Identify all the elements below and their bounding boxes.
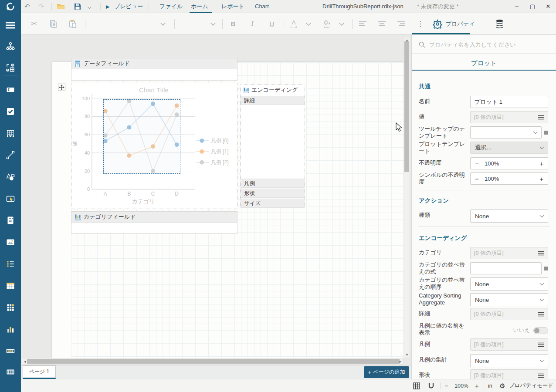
opacity-stepper[interactable]: − 100% +: [470, 157, 548, 169]
property-mode-button[interactable]: プロパティモード: [509, 379, 553, 392]
cut-icon[interactable]: ✂: [29, 13, 39, 34]
align-right-icon[interactable]: [396, 13, 406, 34]
bullet-list-icon[interactable]: [0, 254, 21, 274]
encoding-row-shape[interactable]: 形状: [241, 189, 305, 198]
scroll-left-icon[interactable]: ◄: [23, 359, 27, 365]
open-file-icon[interactable]: [57, 3, 65, 10]
save-dropdown-icon[interactable]: [88, 0, 91, 13]
page-tab-1[interactable]: ページ 1: [23, 365, 56, 379]
data-field-block[interactable]: データフィールド: [71, 58, 237, 81]
richtext-icon[interactable]: [0, 211, 21, 230]
align-left-icon[interactable]: [357, 13, 368, 34]
category-field-block[interactable]: カテゴリフィールド: [71, 211, 237, 234]
items-menu-icon[interactable]: [538, 342, 544, 347]
align-center-icon[interactable]: [376, 13, 387, 34]
encoding-row-detail[interactable]: 詳細: [241, 96, 305, 105]
progress-bar-icon[interactable]: [0, 341, 21, 361]
plot-name-input[interactable]: [470, 96, 548, 108]
italic-button[interactable]: I: [247, 13, 258, 34]
tab-report[interactable]: レポート: [221, 0, 244, 13]
stepper-plus-button[interactable]: +: [539, 160, 543, 167]
preview-button[interactable]: プレビュー: [114, 0, 143, 13]
design-canvas[interactable]: データフィールド 020406080100ABCD凡例 [0]凡例 [1]凡例 …: [21, 35, 411, 379]
save-icon[interactable]: [74, 3, 81, 10]
category-items-box[interactable]: [0 個の項目]: [470, 247, 548, 259]
grid-toggle-icon[interactable]: [413, 379, 420, 392]
property-search-input[interactable]: [429, 41, 550, 48]
redo-icon[interactable]: ↷: [38, 0, 44, 13]
items-menu-icon[interactable]: [538, 115, 544, 120]
close-button[interactable]: ✕: [542, 0, 554, 13]
bold-button[interactable]: B: [228, 13, 238, 34]
snap-magnet-icon[interactable]: [428, 379, 434, 392]
copy-icon[interactable]: [48, 13, 58, 34]
maximize-button[interactable]: ▢: [526, 0, 539, 13]
org-chart-icon[interactable]: [0, 37, 21, 56]
legend-aggregate-dropdown[interactable]: None: [470, 354, 548, 367]
expression-button[interactable]: [544, 131, 548, 135]
horizontal-scrollbar[interactable]: ◄ ►: [22, 358, 403, 365]
unit-selector[interactable]: in: [488, 379, 492, 392]
items-menu-icon[interactable]: [538, 373, 544, 378]
tab-home[interactable]: ホーム: [191, 0, 208, 13]
fill-color-button[interactable]: [322, 13, 333, 34]
barcode-icon[interactable]: [0, 362, 21, 382]
items-menu-icon[interactable]: [538, 251, 544, 256]
add-page-button[interactable]: + ページの追加: [364, 366, 409, 378]
fill-color-dropdown-icon[interactable]: [337, 13, 346, 34]
matrix-icon[interactable]: [0, 298, 21, 317]
preview-play-icon[interactable]: ▶: [106, 0, 109, 13]
properties-toolbar-tab[interactable]: プロパティ: [433, 13, 475, 34]
data-sources-icon[interactable]: [494, 13, 505, 34]
menu-hamburger-icon[interactable]: [0, 16, 21, 35]
image-icon[interactable]: [0, 233, 21, 252]
paste-icon[interactable]: [67, 13, 78, 34]
encoding-panel[interactable]: エンコーディング 詳細 凡例 形状 サイズ: [240, 84, 305, 208]
property-search[interactable]: [419, 38, 550, 51]
detail-items-box[interactable]: [0 個の項目]: [470, 308, 548, 320]
category-sort-expression-input[interactable]: [470, 262, 542, 274]
category-sorting-aggregate-dropdown[interactable]: None: [470, 293, 548, 306]
checkbox-icon[interactable]: [0, 102, 21, 121]
stepper-plus-button[interactable]: +: [539, 175, 543, 182]
horizontal-scrollbar-thumb[interactable]: [27, 359, 400, 364]
data-field-header[interactable]: データフィールド: [71, 58, 237, 69]
encoding-row-size[interactable]: サイズ: [241, 199, 305, 208]
grid-handles-icon[interactable]: [0, 124, 21, 143]
table-icon[interactable]: [0, 276, 21, 295]
show-value-names-toggle[interactable]: いいえ: [513, 327, 548, 334]
bar-chart-icon[interactable]: [0, 320, 21, 339]
mode-gear-icon[interactable]: ⚙: [499, 379, 505, 392]
encoding-row-legend[interactable]: 凡例: [241, 179, 305, 188]
vertical-scrollbar[interactable]: ▲ ▼: [403, 37, 410, 358]
selection-box-icon[interactable]: [0, 189, 21, 208]
stepper-minus-button[interactable]: −: [475, 160, 485, 167]
items-menu-icon[interactable]: [538, 312, 544, 317]
expression-button[interactable]: [544, 267, 548, 270]
chart-item[interactable]: 020406080100ABCD凡例 [0]凡例 [1]凡例 [2]Chart …: [71, 83, 237, 209]
symbol-opacity-stepper[interactable]: − 100% +: [470, 172, 548, 185]
textbox-icon[interactable]: [0, 80, 21, 99]
line-icon[interactable]: [0, 145, 21, 165]
value-items-box[interactable]: [0 個の項目]: [470, 111, 548, 123]
stepper-minus-button[interactable]: −: [475, 175, 485, 182]
category-field-header[interactable]: カテゴリフィールド: [71, 212, 237, 223]
tooltip-template-dropdown[interactable]: [470, 126, 542, 139]
shape-items-box[interactable]: [0 個の項目]: [470, 369, 548, 379]
move-handle[interactable]: [58, 84, 65, 91]
more-options-icon[interactable]: ⋮: [416, 13, 425, 34]
font-color-dropdown-icon[interactable]: [304, 13, 313, 34]
minimize-button[interactable]: –: [511, 0, 523, 13]
underline-button[interactable]: U: [267, 13, 277, 34]
font-color-button[interactable]: A: [288, 13, 299, 34]
tab-file[interactable]: ファイル: [159, 0, 183, 13]
shapes-icon[interactable]: [0, 167, 21, 186]
toggle-switch[interactable]: [533, 327, 548, 334]
selection-marquee[interactable]: [103, 99, 180, 174]
action-type-dropdown[interactable]: None: [470, 210, 548, 223]
legend-items-box[interactable]: [0 個の項目]: [470, 338, 548, 351]
font-size-select[interactable]: [180, 13, 215, 34]
scroll-down-icon[interactable]: ▼: [405, 352, 409, 358]
zoom-out-button[interactable]: −: [444, 379, 448, 392]
category-sort-order-dropdown[interactable]: None: [470, 277, 548, 291]
